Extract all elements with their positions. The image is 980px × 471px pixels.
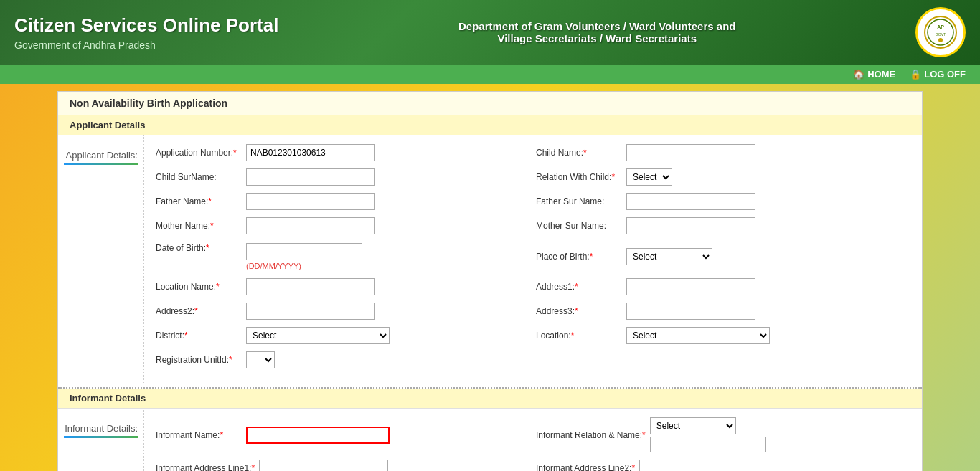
reg-unit-select[interactable] (246, 351, 275, 368)
location-name-input[interactable] (246, 278, 375, 295)
form-row-1: Application Number:* Child Name:* (156, 144, 910, 161)
dob-hint: (DD/MM/YYYY) (246, 262, 301, 270)
home-link[interactable]: 🏠 HOME (853, 69, 895, 80)
form-row-7: Address2:* Address3:* (156, 303, 910, 320)
form-half-mother-name: Mother Name:* (156, 217, 530, 234)
informant-name-label: Informant Name:* (156, 430, 242, 440)
form-half-dob: Date of Birth:* (DD/MM/YYYY) (156, 242, 530, 271)
child-name-input[interactable] (626, 144, 755, 161)
address1-input[interactable] (626, 278, 755, 295)
father-surname-input[interactable] (626, 193, 755, 210)
address3-label: Address3:* (536, 306, 622, 316)
informant-name-input[interactable] (246, 427, 390, 444)
location-name-label: Location Name:* (156, 282, 242, 292)
form-half-address1: Address1:* (536, 278, 910, 295)
main-content: Non Availability Birth Application Appli… (57, 91, 923, 471)
dept-name: Department of Gram Volunteers / Ward Vol… (458, 20, 735, 44)
page-header: Citizen Services Online Portal Governmen… (0, 0, 980, 65)
svg-text:GOVT: GOVT (936, 32, 946, 37)
page-title: Non Availability Birth Application (58, 92, 922, 115)
informant-row-2: Informant Address Line1:* Informant Addr… (156, 460, 910, 471)
form-half-relation: Relation With Child:* Select (536, 168, 910, 186)
dob-label: Date of Birth:* (156, 243, 242, 253)
form-half-location-name: Location Name:* (156, 278, 530, 295)
father-surname-label: Father Sur Name: (536, 196, 622, 206)
mother-name-label: Mother Name:* (156, 221, 242, 231)
form-half-address2: Address2:* (156, 303, 530, 320)
form-row-9: Registration UnitId:* (156, 351, 910, 368)
informant-relation-name-input[interactable] (650, 437, 766, 452)
header-branding: Citizen Services Online Portal Governmen… (14, 14, 278, 51)
applicant-form-body: Application Number:* Child Name:* Child … (144, 135, 922, 384)
govt-logo: AP GOVT (915, 7, 966, 57)
dob-input[interactable] (246, 243, 362, 260)
portal-title: Citizen Services Online Portal (14, 14, 278, 37)
address3-input[interactable] (626, 303, 755, 320)
form-half-district: District:* Select (156, 327, 530, 344)
logoff-link[interactable]: 🔒 LOG OFF (910, 69, 966, 80)
applicant-sidebar-label: Applicant Details: (66, 147, 138, 161)
mother-name-input[interactable] (246, 217, 375, 234)
sidebar-underline (64, 163, 138, 165)
form-half-father-surname: Father Sur Name: (536, 193, 910, 210)
informant-form-area: Informant Details: Informant Name:* Info… (58, 409, 922, 471)
form-half-informant-relation: Informant Relation & Name:* Select (536, 417, 910, 452)
form-half-place-birth: Place of Birth:* Select (536, 248, 910, 265)
informant-section: Informant Details Informant Details: Inf… (58, 387, 922, 471)
location-select[interactable]: Select (626, 327, 770, 344)
home-icon: 🏠 (853, 69, 864, 80)
district-label: District:* (156, 330, 242, 341)
informant-form-body: Informant Name:* Informant Relation & Na… (144, 409, 922, 471)
svg-text:AP: AP (937, 24, 944, 29)
form-half-mother-surname: Mother Sur Name: (536, 217, 910, 234)
form-half-child-surname: Child SurName: (156, 168, 530, 186)
address2-label: Address2:* (156, 306, 242, 316)
inf-addr2-input[interactable] (639, 460, 768, 471)
informant-sidebar: Informant Details: (58, 409, 144, 471)
informant-section-header: Informant Details (58, 389, 922, 409)
form-half-inf-addr2: Informant Address Line2:* (536, 460, 910, 471)
applicant-form-area: Applicant Details: Application Number:* … (58, 135, 922, 384)
informant-row-1: Informant Name:* Informant Relation & Na… (156, 417, 910, 452)
informant-relation-group: Select (650, 417, 766, 452)
informant-relation-select[interactable]: Select (650, 417, 736, 434)
form-half-father-name: Father Name:* (156, 193, 530, 210)
relation-select[interactable]: Select (626, 168, 672, 186)
form-half-address3: Address3:* (536, 303, 910, 320)
form-row-4: Mother Name:* Mother Sur Name: (156, 217, 910, 234)
applicant-sidebar: Applicant Details: (58, 135, 144, 384)
application-number-input[interactable] (246, 144, 375, 161)
svg-point-4 (938, 38, 943, 42)
child-name-label: Child Name:* (536, 148, 622, 158)
father-name-label: Father Name:* (156, 196, 242, 206)
form-row-8: District:* Select Location:* Select (156, 327, 910, 344)
lock-icon: 🔒 (910, 69, 921, 80)
inf-addr1-input[interactable] (259, 460, 388, 471)
dob-field-group: (DD/MM/YYYY) (246, 243, 362, 271)
app-number-label: Application Number:* (156, 148, 242, 158)
place-birth-select[interactable]: Select (626, 248, 712, 265)
form-half-reg-unit: Registration UnitId:* (156, 351, 910, 368)
informant-relation-label: Informant Relation & Name:* (536, 430, 646, 440)
form-row-3: Father Name:* Father Sur Name: (156, 193, 910, 210)
relation-label: Relation With Child:* (536, 172, 622, 182)
child-surname-label: Child SurName: (156, 172, 242, 182)
informant-sidebar-underline (64, 436, 138, 438)
inf-addr2-label: Informant Address Line2:* (536, 463, 635, 471)
form-half-location: Location:* Select (536, 327, 910, 344)
child-surname-input[interactable] (246, 168, 375, 186)
form-row-5: Date of Birth:* (DD/MM/YYYY) Place of Bi… (156, 242, 910, 271)
district-select[interactable]: Select (246, 327, 390, 344)
form-half-app-num: Application Number:* (156, 144, 530, 161)
form-half-child-name: Child Name:* (536, 144, 910, 161)
address2-input[interactable] (246, 303, 375, 320)
applicant-section-header: Applicant Details (58, 115, 922, 135)
address1-label: Address1:* (536, 282, 622, 292)
location-label: Location:* (536, 330, 622, 341)
mother-surname-label: Mother Sur Name: (536, 221, 622, 231)
informant-sidebar-label: Informant Details: (65, 420, 138, 434)
reg-unit-label: Registration UnitId:* (156, 355, 242, 365)
father-name-input[interactable] (246, 193, 375, 210)
form-half-informant-name: Informant Name:* (156, 427, 530, 444)
mother-surname-input[interactable] (626, 217, 755, 234)
